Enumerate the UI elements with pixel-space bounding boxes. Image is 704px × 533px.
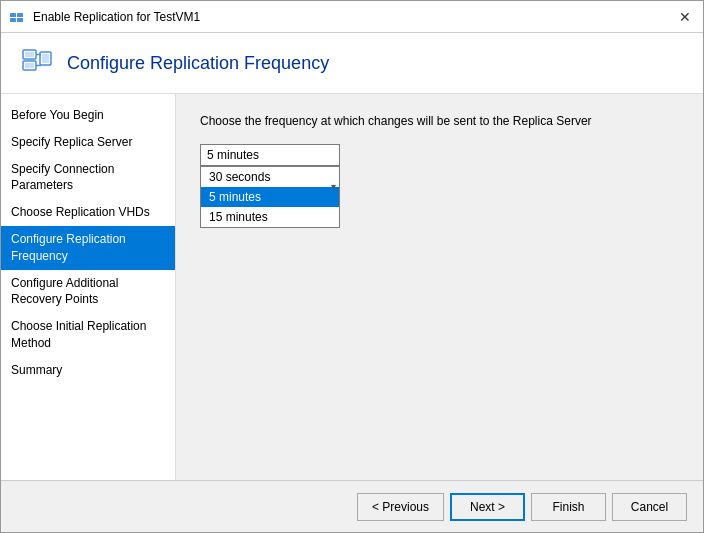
content-area: Before You BeginSpecify Replica ServerSp…	[1, 94, 703, 480]
page-header: Configure Replication Frequency	[1, 33, 703, 94]
svg-rect-11	[42, 54, 49, 63]
svg-rect-0	[10, 13, 16, 17]
dropdown-selected-value: 5 minutes	[207, 148, 259, 162]
sidebar-item-configure-additional-recovery-points[interactable]: Configure Additional Recovery Points	[1, 270, 175, 314]
frequency-dropdown[interactable]: 5 minutes ▾	[200, 144, 340, 166]
dropdown-option-30-seconds[interactable]: 30 seconds	[201, 167, 339, 187]
sidebar: Before You BeginSpecify Replica ServerSp…	[1, 94, 176, 480]
sidebar-item-choose-replication-vhds[interactable]: Choose Replication VHDs	[1, 199, 175, 226]
close-button[interactable]: ✕	[675, 7, 695, 27]
sidebar-item-before-you-begin[interactable]: Before You Begin	[1, 102, 175, 129]
window-title: Enable Replication for TestVM1	[33, 10, 675, 24]
dropdown-option-15-minutes[interactable]: 15 minutes	[201, 207, 339, 227]
svg-rect-1	[10, 18, 16, 22]
svg-rect-2	[17, 13, 23, 17]
svg-rect-7	[25, 63, 34, 68]
finish-button[interactable]: Finish	[531, 493, 606, 521]
sidebar-item-specify-replica-server[interactable]: Specify Replica Server	[1, 129, 175, 156]
page-title: Configure Replication Frequency	[67, 53, 329, 74]
frequency-dropdown-container: 5 minutes ▾ 30 seconds5 minutes15 minute…	[200, 144, 340, 228]
main-description: Choose the frequency at which changes wi…	[200, 114, 679, 128]
sidebar-item-configure-replication-frequency[interactable]: Configure Replication Frequency	[1, 226, 175, 270]
svg-rect-5	[25, 52, 34, 57]
footer: < Previous Next > Finish Cancel	[1, 480, 703, 532]
svg-rect-3	[17, 18, 23, 22]
previous-button[interactable]: < Previous	[357, 493, 444, 521]
title-bar: Enable Replication for TestVM1 ✕	[1, 1, 703, 33]
main-content: Choose the frequency at which changes wi…	[176, 94, 703, 480]
sidebar-item-specify-connection-parameters[interactable]: Specify Connection Parameters	[1, 156, 175, 200]
cancel-button[interactable]: Cancel	[612, 493, 687, 521]
dropdown-option-5-minutes[interactable]: 5 minutes	[201, 187, 339, 207]
sidebar-item-summary[interactable]: Summary	[1, 357, 175, 384]
window-icon	[9, 9, 25, 25]
frequency-dropdown-list: 30 seconds5 minutes15 minutes	[200, 166, 340, 228]
window: Enable Replication for TestVM1 ✕ Configu…	[0, 0, 704, 533]
header-icon	[21, 47, 53, 79]
next-button[interactable]: Next >	[450, 493, 525, 521]
sidebar-item-choose-initial-replication-method[interactable]: Choose Initial Replication Method	[1, 313, 175, 357]
